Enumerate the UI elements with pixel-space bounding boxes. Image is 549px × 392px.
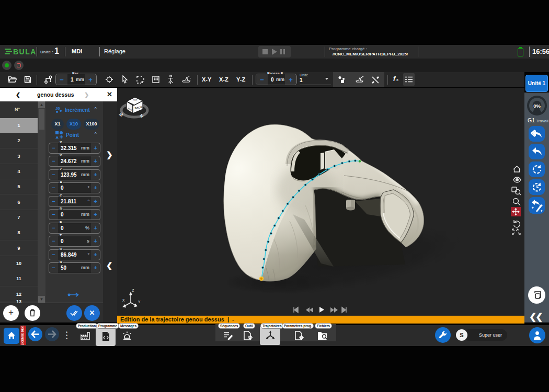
svg-text:Y: Y bbox=[138, 300, 141, 304]
svg-text:0%: 0% bbox=[533, 103, 541, 109]
svg-text:Z: Z bbox=[132, 289, 134, 292]
svg-text:BULA: BULA bbox=[13, 48, 37, 56]
svg-text:X: X bbox=[122, 298, 125, 302]
svg-text:.00: .00 bbox=[55, 107, 60, 110]
